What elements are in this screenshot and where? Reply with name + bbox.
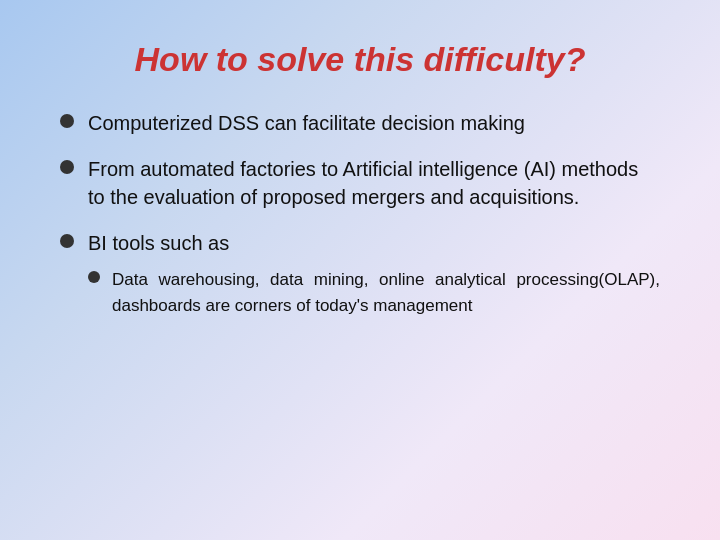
bullet-text-3: BI tools such as: [88, 229, 229, 257]
sub-bullet-container: Data warehousing, data mining, online an…: [88, 267, 660, 318]
bullet-dot-1: [60, 114, 74, 128]
bullet-dot-3: [60, 234, 74, 248]
bullet-item-3-container: BI tools such as Data warehousing, data …: [60, 229, 660, 318]
bullet-item-3: BI tools such as: [60, 229, 660, 257]
sub-bullet-dot-1: [88, 271, 100, 283]
slide-title: How to solve this difficulty?: [60, 40, 660, 79]
sub-bullet-text-1: Data warehousing, data mining, online an…: [112, 267, 660, 318]
slide: How to solve this difficulty? Computeriz…: [0, 0, 720, 540]
bullet-item-2: From automated factories to Artificial i…: [60, 155, 660, 211]
bullet-text-1: Computerized DSS can facilitate decision…: [88, 109, 525, 137]
bullet-text-2: From automated factories to Artificial i…: [88, 155, 660, 211]
sub-bullet-item-1: Data warehousing, data mining, online an…: [88, 267, 660, 318]
bullet-item-1: Computerized DSS can facilitate decision…: [60, 109, 660, 137]
content-area: Computerized DSS can facilitate decision…: [60, 109, 660, 318]
bullet-dot-2: [60, 160, 74, 174]
